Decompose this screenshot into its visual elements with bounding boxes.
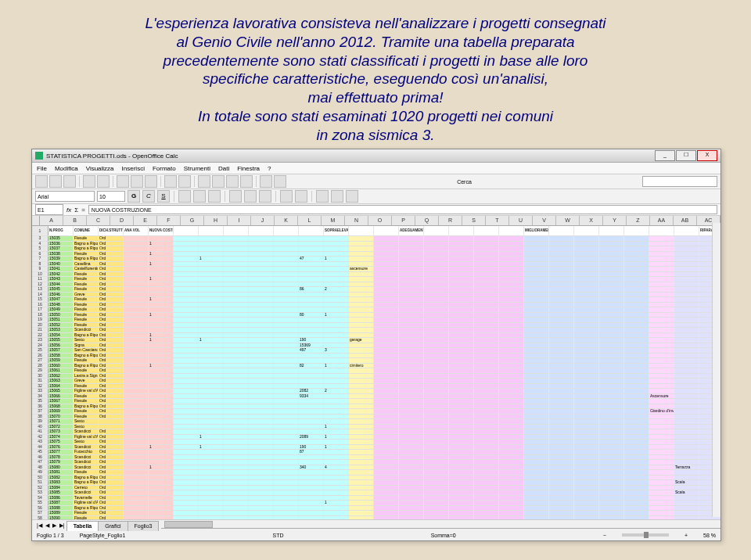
- cell[interactable]: [349, 303, 374, 307]
- cell[interactable]: [274, 394, 299, 399]
- cell[interactable]: [424, 379, 449, 383]
- tab-nav-button[interactable]: ◀: [44, 522, 51, 529]
- cell[interactable]: Ascensore: [649, 394, 674, 399]
- cell[interactable]: [274, 490, 299, 495]
- cell[interactable]: [624, 282, 649, 287]
- zoom-in-icon[interactable]: +: [685, 533, 688, 538]
- column-header[interactable]: E: [134, 216, 157, 225]
- cell[interactable]: [599, 440, 624, 444]
- cell[interactable]: [374, 267, 399, 271]
- cell[interactable]: [574, 501, 599, 505]
- cell[interactable]: [124, 496, 149, 501]
- cell[interactable]: [249, 333, 274, 338]
- cell[interactable]: [324, 440, 349, 444]
- cell[interactable]: [499, 435, 524, 440]
- cell[interactable]: [499, 277, 524, 282]
- cell[interactable]: [349, 358, 374, 363]
- cell[interactable]: [599, 415, 624, 419]
- cell[interactable]: [649, 303, 674, 307]
- cell[interactable]: [524, 394, 549, 399]
- cell[interactable]: [474, 282, 499, 287]
- cell[interactable]: [474, 262, 499, 267]
- cell[interactable]: [299, 425, 324, 429]
- cell[interactable]: Ord: [99, 313, 124, 318]
- cell[interactable]: [449, 323, 474, 328]
- cell[interactable]: [399, 496, 424, 501]
- cell[interactable]: [674, 460, 699, 465]
- cell[interactable]: 15074: [49, 435, 74, 440]
- cell[interactable]: [624, 257, 649, 261]
- cell[interactable]: [299, 252, 324, 257]
- cell[interactable]: [574, 348, 599, 353]
- cell[interactable]: [399, 389, 424, 393]
- cell[interactable]: [349, 476, 374, 480]
- cell[interactable]: Terrazza: [674, 465, 699, 470]
- cell[interactable]: [499, 313, 524, 318]
- column-header[interactable]: C: [87, 216, 110, 225]
- cell[interactable]: [324, 354, 349, 358]
- cell[interactable]: [474, 394, 499, 399]
- cell[interactable]: [524, 435, 549, 440]
- cell[interactable]: Fiesole: [74, 272, 99, 277]
- cell[interactable]: [174, 455, 199, 460]
- cell[interactable]: [524, 307, 549, 312]
- cell[interactable]: [399, 404, 424, 409]
- column-header[interactable]: G: [181, 216, 204, 225]
- indent-dec-icon[interactable]: [280, 190, 293, 203]
- cell[interactable]: [649, 450, 674, 454]
- cell[interactable]: [499, 511, 524, 515]
- menu-item[interactable]: Inserisci: [122, 165, 145, 172]
- cell[interactable]: [474, 379, 499, 383]
- cell[interactable]: 1: [199, 445, 224, 450]
- cell[interactable]: [599, 506, 624, 511]
- cell[interactable]: 15087: [49, 501, 74, 505]
- cell[interactable]: [174, 282, 199, 287]
- cell[interactable]: [324, 272, 349, 277]
- cell[interactable]: [474, 236, 499, 241]
- cell[interactable]: [574, 419, 599, 424]
- cell[interactable]: [499, 293, 524, 297]
- cell[interactable]: 1: [324, 313, 349, 318]
- cell[interactable]: [399, 348, 424, 353]
- cell[interactable]: [499, 252, 524, 257]
- cell[interactable]: 1: [149, 333, 174, 338]
- cell[interactable]: [474, 496, 499, 501]
- cell[interactable]: [399, 364, 424, 368]
- cell[interactable]: [674, 399, 699, 404]
- cell[interactable]: [149, 419, 174, 424]
- table-row[interactable]: 5815090FiesoleOrd: [32, 516, 720, 520]
- cell[interactable]: [549, 379, 574, 383]
- cell[interactable]: [624, 425, 649, 429]
- cell[interactable]: [399, 287, 424, 292]
- cell[interactable]: [399, 277, 424, 282]
- cell[interactable]: [474, 323, 499, 328]
- cell[interactable]: [624, 480, 649, 485]
- cell[interactable]: 1: [324, 501, 349, 505]
- cell[interactable]: Scala: [674, 480, 699, 485]
- cell[interactable]: [549, 425, 574, 429]
- cell[interactable]: [249, 394, 274, 399]
- cell[interactable]: [449, 236, 474, 241]
- cell[interactable]: [399, 409, 424, 414]
- cell[interactable]: [224, 313, 249, 318]
- cell[interactable]: Scandicci: [74, 465, 99, 470]
- cell[interactable]: [324, 236, 349, 241]
- cell[interactable]: 15063: [49, 379, 74, 383]
- cell[interactable]: [624, 511, 649, 515]
- cell[interactable]: [399, 470, 424, 475]
- cell[interactable]: [199, 389, 224, 393]
- cell[interactable]: 1: [324, 425, 349, 429]
- cell[interactable]: [174, 297, 199, 302]
- cell[interactable]: [499, 374, 524, 379]
- cell[interactable]: [649, 287, 674, 292]
- fx-icon[interactable]: fx: [66, 206, 71, 214]
- cell[interactable]: [124, 440, 149, 444]
- cell[interactable]: [674, 419, 699, 424]
- cell[interactable]: [624, 343, 649, 348]
- cell[interactable]: [624, 333, 649, 338]
- cell[interactable]: [224, 333, 249, 338]
- cell[interactable]: [624, 252, 649, 257]
- cell[interactable]: [649, 323, 674, 328]
- open-icon[interactable]: [49, 175, 62, 188]
- cell[interactable]: Fiesole: [74, 409, 99, 414]
